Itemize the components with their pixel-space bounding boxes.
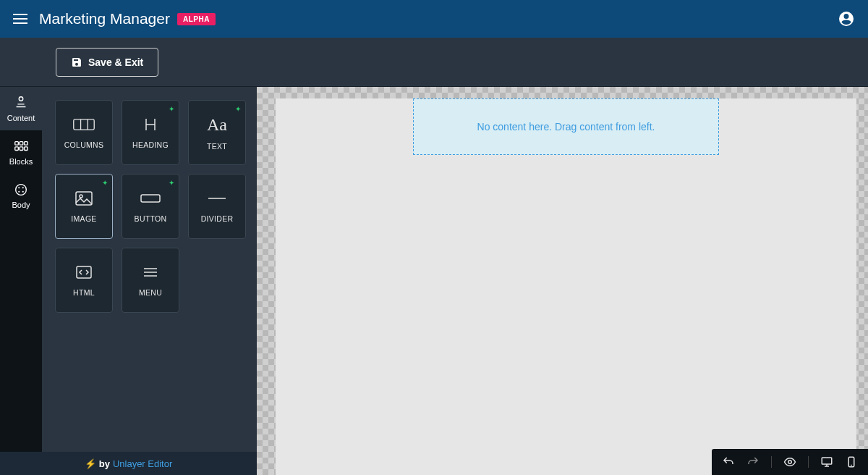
svg-rect-5 (20, 147, 23, 151)
preview-toolbar (712, 449, 868, 475)
divider (808, 456, 809, 468)
tools-panel: COLUMNS ✦ HEADING ✦ Aa TEXT ✦ IMAGE ✦ BU… (42, 87, 257, 475)
image-icon (72, 190, 95, 207)
button-icon (139, 190, 162, 207)
app-title: Marketing Manager (39, 10, 170, 28)
tool-divider[interactable]: DIVIDER (188, 174, 246, 239)
tool-divider-label: DIVIDER (201, 214, 234, 223)
tool-heading-label: HEADING (132, 140, 169, 149)
sparkle-icon: ✦ (169, 105, 174, 113)
mobile-icon[interactable] (845, 455, 858, 468)
canvas-body[interactable]: No content here. Drag content from left. (276, 98, 856, 475)
svg-point-16 (80, 195, 82, 198)
side-tabs: Content Blocks Body (0, 87, 42, 475)
text-icon: Aa (207, 115, 227, 135)
svg-point-8 (18, 187, 20, 188)
hamburger-icon[interactable] (13, 14, 27, 24)
tool-heading[interactable]: ✦ HEADING (122, 100, 179, 165)
tool-html-label: HTML (73, 288, 95, 297)
account-icon[interactable] (838, 10, 855, 28)
body-tab-icon (13, 182, 29, 198)
svg-rect-1 (15, 142, 19, 146)
tool-button[interactable]: ✦ BUTTON (122, 174, 179, 239)
svg-rect-3 (25, 142, 28, 146)
svg-point-10 (18, 191, 20, 193)
top-bar: Marketing Manager ALPHA (0, 0, 868, 38)
content-tab-icon (13, 95, 29, 111)
preview-eye-icon[interactable] (783, 455, 796, 468)
svg-rect-2 (20, 142, 23, 146)
svg-point-23 (788, 461, 792, 464)
tool-columns[interactable]: COLUMNS (55, 100, 113, 165)
tool-text-label: TEXT (207, 142, 227, 151)
tool-columns-label: COLUMNS (64, 140, 104, 149)
tab-content[interactable]: Content (0, 87, 42, 130)
desktop-icon[interactable] (820, 455, 833, 468)
sparkle-icon: ✦ (235, 105, 241, 113)
sparkle-icon: ✦ (102, 179, 108, 187)
svg-rect-4 (15, 147, 19, 151)
svg-point-9 (22, 187, 24, 188)
tab-body-label: Body (12, 201, 30, 209)
svg-rect-17 (141, 195, 160, 202)
empty-drop-zone[interactable]: No content here. Drag content from left. (413, 98, 719, 155)
lightning-icon: ⚡ (85, 458, 96, 469)
save-icon (71, 56, 82, 68)
canvas-area[interactable]: No content here. Drag content from left. (257, 87, 868, 475)
tab-blocks-label: Blocks (9, 157, 33, 166)
workspace: Content Blocks Body COLUMNS ✦ HEADING ✦ … (0, 87, 868, 475)
redo-icon[interactable] (746, 455, 760, 468)
html-icon (72, 264, 95, 281)
svg-point-0 (19, 97, 23, 101)
tool-image-label: IMAGE (71, 214, 96, 223)
action-bar: Save & Exit (0, 38, 868, 87)
save-exit-label: Save & Exit (88, 56, 143, 68)
svg-point-11 (22, 191, 24, 193)
svg-rect-24 (822, 458, 832, 464)
footer-by: by (99, 458, 110, 469)
empty-drop-message: No content here. Drag content from left. (477, 121, 655, 133)
svg-point-7 (16, 185, 27, 196)
tool-text[interactable]: ✦ Aa TEXT (188, 100, 246, 165)
tool-html[interactable]: HTML (55, 248, 113, 313)
tab-content-label: Content (7, 114, 35, 122)
tool-button-label: BUTTON (135, 214, 167, 223)
divider (771, 456, 772, 468)
tab-body[interactable]: Body (0, 174, 42, 217)
footer-credit: ⚡ by Unlayer Editor (0, 452, 257, 475)
alpha-badge: ALPHA (177, 13, 216, 25)
tool-image[interactable]: ✦ IMAGE (55, 174, 113, 239)
menu-icon (139, 264, 162, 281)
undo-icon[interactable] (722, 455, 735, 468)
svg-rect-15 (76, 192, 92, 205)
svg-rect-6 (25, 147, 28, 151)
tool-menu[interactable]: MENU (122, 248, 179, 313)
columns-icon (72, 116, 95, 133)
footer-link[interactable]: Unlayer Editor (113, 458, 172, 469)
tool-menu-label: MENU (139, 288, 162, 297)
divider-icon (205, 190, 229, 207)
svg-rect-12 (74, 119, 94, 130)
tab-blocks[interactable]: Blocks (0, 130, 42, 174)
blocks-tab-icon (13, 138, 29, 154)
heading-icon (139, 116, 162, 133)
sparkle-icon: ✦ (169, 179, 174, 187)
save-exit-button[interactable]: Save & Exit (56, 48, 158, 77)
